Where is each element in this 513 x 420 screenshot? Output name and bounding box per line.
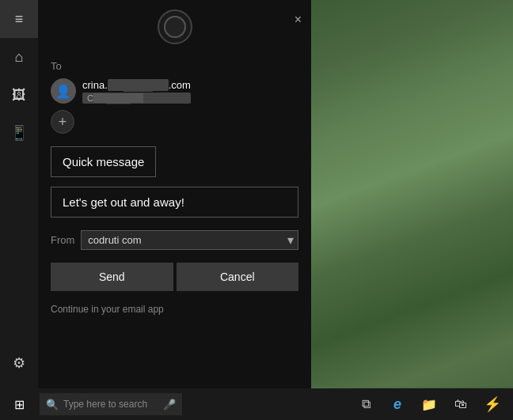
cortana-logo: [158, 9, 192, 44]
taskbar-right: ⧉ e 📁 🛍 ⚡: [352, 388, 513, 420]
home-icon: ⌂: [15, 49, 24, 66]
recipient-name-badge: C████: [82, 93, 191, 104]
from-select[interactable]: codruti com: [81, 230, 298, 250]
windows-icon: ⊞: [14, 397, 25, 412]
file-explorer-icon: 📁: [421, 397, 437, 412]
search-bar[interactable]: 🔍 Type here to search 🎤: [40, 393, 182, 415]
message-input[interactable]: Let's get out and away!: [51, 187, 298, 218]
continue-link[interactable]: Continue in your email app: [51, 304, 298, 315]
panel-header: ×: [38, 0, 311, 54]
sidebar: ≡ ⌂ 🖼 📱 ⚙ 👤: [0, 0, 38, 420]
search-placeholder-text: Type here to search: [63, 399, 163, 410]
add-recipient-button[interactable]: +: [51, 110, 74, 134]
microphone-icon: 🎤: [163, 399, 176, 411]
sidebar-item-settings[interactable]: ⚙: [0, 344, 38, 382]
grass-background: [311, 0, 513, 388]
from-row: From codruti com: [51, 230, 298, 250]
panel-content: To 👤 crina.████.com C████ + Quick messag…: [38, 54, 311, 403]
quick-message-label: Quick message: [51, 146, 156, 177]
store-icon: 🛍: [454, 397, 467, 411]
task-view-button[interactable]: ⧉: [352, 388, 380, 420]
close-button[interactable]: ×: [294, 13, 302, 27]
cortana-panel: × To 👤 crina.████.com C████ + Quick mess…: [38, 0, 311, 403]
cancel-button[interactable]: Cancel: [177, 263, 299, 291]
phone-icon: 📱: [10, 124, 28, 142]
sidebar-item-hamburger[interactable]: ≡: [0, 0, 38, 38]
from-select-wrapper: codruti com: [81, 230, 298, 250]
plus-icon: +: [59, 114, 67, 131]
to-label: To: [51, 60, 298, 72]
recipient-info: crina.████.com C████: [82, 79, 191, 104]
sidebar-item-phone[interactable]: 📱: [0, 114, 38, 152]
edge-button[interactable]: e: [383, 388, 412, 420]
file-explorer-button[interactable]: 📁: [415, 388, 443, 420]
taskbar: ⊞ 🔍 Type here to search 🎤 ⧉ e 📁 🛍 ⚡: [0, 388, 513, 420]
search-icon: 🔍: [46, 399, 59, 411]
from-label: From: [51, 234, 74, 246]
sidebar-item-home[interactable]: ⌂: [0, 38, 38, 76]
recipient-row: 👤 crina.████.com C████: [51, 78, 298, 104]
task-view-icon: ⧉: [362, 397, 370, 411]
hamburger-icon: ≡: [15, 11, 24, 28]
edge-icon: e: [393, 396, 401, 413]
send-button[interactable]: Send: [51, 263, 173, 291]
start-button[interactable]: ⊞: [0, 388, 38, 420]
antivirus-icon: ⚡: [484, 395, 501, 413]
news-icon: 🖼: [12, 87, 26, 104]
recipient-avatar: 👤: [51, 78, 76, 104]
settings-icon: ⚙: [13, 354, 25, 372]
person-icon: 👤: [55, 84, 71, 99]
recipient-email: crina.████.com: [82, 79, 191, 91]
cortana-inner-circle: [164, 16, 186, 38]
action-buttons: Send Cancel: [51, 263, 298, 291]
sidebar-item-news[interactable]: 🖼: [0, 76, 38, 114]
antivirus-button[interactable]: ⚡: [478, 388, 507, 420]
store-button[interactable]: 🛍: [446, 388, 475, 420]
